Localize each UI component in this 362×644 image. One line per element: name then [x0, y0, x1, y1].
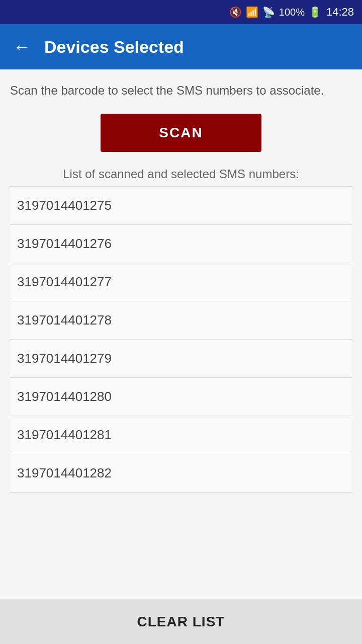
- list-item: 3197014401276: [10, 225, 352, 263]
- list-label: List of scanned and selected SMS numbers…: [10, 167, 352, 181]
- list-item: 3197014401281: [10, 416, 352, 454]
- main-content: Scan the barcode to select the SMS numbe…: [0, 69, 362, 599]
- status-bar: 🔇 📶 📡 100% 🔋 14:28: [0, 0, 362, 24]
- list-item: 3197014401282: [10, 454, 352, 493]
- app-bar: ← Devices Selected: [0, 24, 362, 69]
- mute-icon: 🔇: [229, 6, 242, 18]
- clear-list-button[interactable]: CLEAR LIST: [137, 614, 225, 630]
- list-item: 3197014401277: [10, 263, 352, 301]
- battery-icon: 🔋: [309, 6, 321, 18]
- list-item: 3197014401275: [10, 186, 352, 225]
- description-text: Scan the barcode to select the SMS numbe…: [10, 82, 352, 100]
- status-icons: 🔇 📶 📡 100% 🔋: [229, 6, 321, 18]
- back-button[interactable]: ←: [10, 35, 34, 59]
- wifi-icon: 📶: [246, 6, 258, 18]
- clear-list-bar[interactable]: CLEAR LIST: [0, 599, 362, 644]
- back-arrow-icon: ←: [13, 36, 31, 57]
- list-item: 3197014401280: [10, 378, 352, 416]
- scan-button-container: SCAN: [10, 114, 352, 152]
- status-time: 14:28: [326, 6, 354, 19]
- sms-list: 3197014401275319701440127631970144012773…: [10, 186, 352, 493]
- scan-button[interactable]: SCAN: [101, 114, 261, 152]
- page-title: Devices Selected: [44, 37, 184, 57]
- battery-text: 100%: [279, 7, 305, 18]
- signal-icon: 📡: [262, 6, 275, 18]
- list-item: 3197014401278: [10, 301, 352, 340]
- list-item: 3197014401279: [10, 340, 352, 378]
